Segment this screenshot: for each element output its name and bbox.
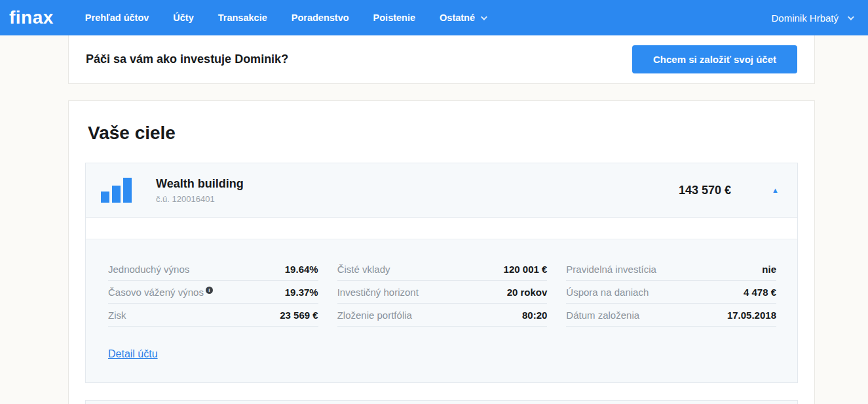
cta-banner: Páči sa vám ako investuje Dominik? Chcem…: [68, 35, 815, 84]
nav-item-ostatne[interactable]: Ostatné: [440, 12, 485, 23]
user-name: Dominik Hrbatý: [771, 12, 839, 24]
chevron-down-icon: [481, 14, 487, 20]
stat-row-ciste-vklady: Čisté vklady 120 001 €: [337, 258, 548, 281]
info-icon[interactable]: i: [206, 287, 213, 294]
stat-row-zisk: Zisk 23 569 €: [108, 304, 318, 327]
stat-row-pravidelna-investicia: Pravidelná investícia nie: [566, 258, 776, 281]
chevron-down-icon: [848, 14, 854, 20]
finax-logo[interactable]: finax: [9, 7, 54, 28]
stat-row-jednoduchy-vynos: Jednoduchý výnos 19.64%: [108, 258, 318, 281]
account-total-value: 143 570 €: [679, 184, 731, 197]
nav-item-poradenstvo[interactable]: Poradenstvo: [292, 12, 349, 23]
open-account-button[interactable]: Chcem si založiť svoj účet: [632, 45, 797, 73]
nav-item-ucty[interactable]: Účty: [173, 12, 193, 23]
user-account-menu[interactable]: Dominik Hrbatý: [771, 12, 852, 24]
goals-card: Vaše ciele Wealth building č.ú. 12001640…: [68, 100, 815, 404]
stat-row-uspora-na-daniach: Úspora na daniach 4 478 €: [566, 281, 776, 304]
account-panel-header[interactable]: Wealth building č.ú. 120016401 143 570 €…: [86, 163, 797, 217]
nav-item-transakcie[interactable]: Transakcie: [218, 12, 267, 23]
account-name: Wealth building: [156, 177, 244, 191]
account-panel-wealth-building: Wealth building č.ú. 120016401 143 570 €…: [85, 163, 798, 383]
stat-row-casovo-vazeny-vynos: Časovo vážený výnosi 19.37%: [108, 281, 318, 304]
main-nav: Prehľad účtov Účty Transakcie Poradenstv…: [85, 12, 485, 23]
stat-row-investicny-horizont: Investičný horizont 20 rokov: [337, 281, 548, 304]
stats-column-1: Jednoduchý výnos 19.64% Časovo vážený vý…: [108, 258, 318, 327]
collapse-arrow-icon[interactable]: ▲: [772, 187, 779, 194]
account-panel-spacer: [86, 217, 797, 239]
stats-column-2: Čisté vklady 120 001 € Investičný horizo…: [337, 258, 548, 327]
account-number: č.ú. 120016401: [156, 194, 244, 204]
account-stats-grid: Jednoduchý výnos 19.64% Časovo vážený vý…: [86, 239, 797, 327]
bar-chart-icon: [101, 178, 132, 203]
account-link-row: Detail účtu: [86, 327, 797, 382]
nav-item-poistenie[interactable]: Poistenie: [373, 12, 415, 23]
stat-row-datum-zalozenia: Dátum založenia 17.05.2018: [566, 304, 776, 327]
account-detail-link[interactable]: Detail účtu: [108, 348, 158, 359]
stats-column-3: Pravidelná investícia nie Úspora na dani…: [566, 258, 776, 327]
stat-row-zlozenie-portfolia: Zloženie portfólia 80:20: [337, 304, 548, 327]
goals-title: Vaše ciele: [88, 123, 798, 144]
banner-question: Páči sa vám ako investuje Dominik?: [86, 52, 288, 66]
nav-item-prehlad-uctov[interactable]: Prehľad účtov: [85, 12, 149, 23]
account-panel-next[interactable]: [85, 400, 798, 404]
top-navigation-bar: finax Prehľad účtov Účty Transakcie Pora…: [0, 0, 868, 35]
